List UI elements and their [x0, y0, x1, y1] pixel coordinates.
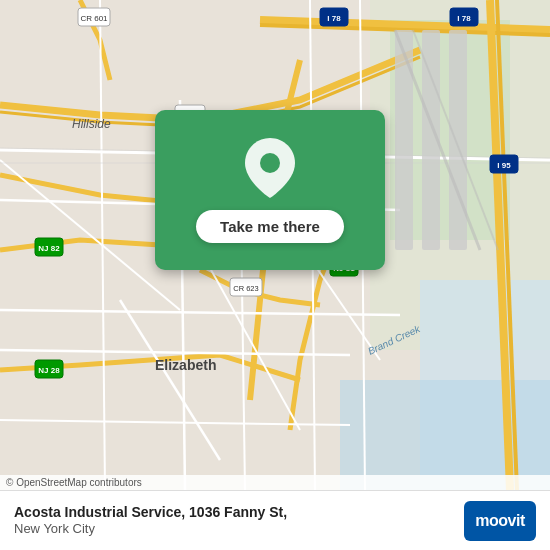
svg-text:CR 601: CR 601 [80, 14, 108, 23]
svg-text:NJ 82: NJ 82 [38, 244, 60, 253]
svg-text:I 78: I 78 [327, 14, 341, 23]
svg-rect-4 [340, 380, 550, 490]
location-city: New York City [14, 521, 287, 538]
map-attribution: © OpenStreetMap contributors [0, 475, 550, 490]
location-info: Acosta Industrial Service, 1036 Fanny St… [14, 503, 287, 538]
take-me-there-button[interactable]: Take me there [196, 210, 344, 243]
location-name: Acosta Industrial Service, 1036 Fanny St… [14, 503, 287, 521]
svg-text:I 95: I 95 [497, 161, 511, 170]
moovit-logo: moovit [464, 501, 536, 541]
svg-text:CR 623: CR 623 [233, 284, 258, 293]
map-popup-card: Take me there [155, 110, 385, 270]
svg-point-55 [260, 153, 280, 173]
svg-rect-49 [395, 30, 413, 250]
map-container: CR 601 I 78 I 78 US 22 NJ 27 I 95 NJ 82 … [0, 0, 550, 490]
svg-text:NJ 28: NJ 28 [38, 366, 60, 375]
svg-text:Elizabeth: Elizabeth [155, 357, 216, 373]
map-pin-icon [245, 138, 295, 198]
svg-text:I 78: I 78 [457, 14, 471, 23]
bottom-info-bar: Acosta Industrial Service, 1036 Fanny St… [0, 490, 550, 550]
svg-text:Hillside: Hillside [72, 117, 111, 131]
svg-rect-51 [449, 30, 467, 250]
